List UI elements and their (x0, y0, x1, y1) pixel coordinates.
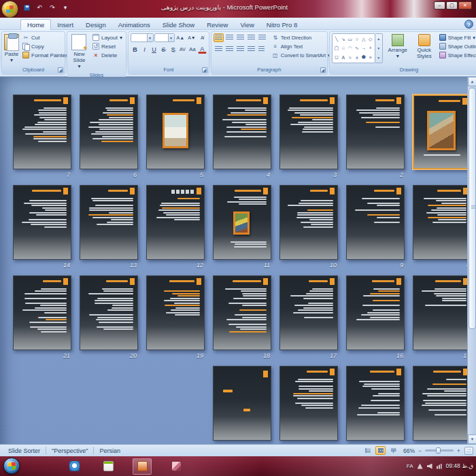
normal-view-button[interactable] (362, 446, 373, 455)
shapes-gallery[interactable]: ╲↘▭○△◇▢☆◠∿→+◻A≈±⬟» (332, 33, 375, 63)
slide-thumbnail-3[interactable] (279, 95, 338, 169)
zoom-out-button[interactable]: − (417, 447, 423, 454)
paragraph-dialog-launcher[interactable]: ◢ (320, 67, 326, 73)
slide-thumbnail-15[interactable] (413, 275, 471, 350)
slide-show-view-button[interactable] (388, 446, 398, 455)
pentagon-shape-icon[interactable]: ⬟ (362, 54, 366, 60)
freeform-shape-icon[interactable]: ≈ (349, 55, 352, 60)
slide-thumbnail-11[interactable] (213, 185, 271, 260)
redo-button[interactable]: ↷ (48, 3, 57, 12)
cut-button[interactable]: ✂Cut (21, 33, 69, 41)
delete-button[interactable]: ✕Delete (91, 51, 124, 59)
text-box-shape-icon[interactable]: A (341, 55, 345, 60)
chevron-shape-icon[interactable]: » (369, 55, 372, 60)
help-button[interactable]: ? (464, 20, 473, 29)
zoom-slider[interactable] (425, 449, 454, 452)
vertical-scrollbar[interactable]: ▲ ▼ (467, 77, 476, 444)
copy-button[interactable]: Copy (21, 42, 69, 50)
close-button[interactable]: ✕ (458, 1, 472, 10)
maximize-button[interactable]: ▢ (446, 1, 458, 10)
justify-button[interactable] (246, 45, 256, 54)
shape-effects-button[interactable]: Shape Effects▾ (438, 51, 476, 59)
taskbar-image-viewer-button[interactable] (167, 458, 186, 475)
slide-thumbnail-23[interactable] (346, 366, 405, 441)
tab-nitro-pro-8[interactable]: Nitro Pro 8 (260, 20, 303, 30)
change-case-button[interactable]: Aa (188, 45, 197, 54)
slide-thumbnail-12[interactable] (146, 185, 205, 260)
bold-button[interactable]: B (131, 45, 139, 54)
speaker-icon[interactable] (427, 464, 432, 469)
shape-outline-button[interactable]: Shape Outline▾ (438, 42, 476, 50)
zoom-in-button[interactable]: + (456, 447, 462, 454)
shapes-gallery-scroll[interactable]: ▲▼▼ (375, 33, 383, 63)
slide-sorter-pane[interactable]: 1234567891011121314151617181920212223242… (0, 77, 476, 444)
align-text-button[interactable]: ≡Align Text (271, 42, 332, 50)
tab-animations[interactable]: Animations (112, 20, 156, 30)
slide-thumbnail-20[interactable] (80, 275, 138, 350)
plus-shape-icon[interactable]: + (369, 46, 372, 50)
fit-to-window-button[interactable]: ⛶ (464, 447, 473, 455)
curve-shape-icon[interactable]: ∿ (355, 46, 359, 51)
slide-thumbnail-24[interactable] (279, 366, 338, 441)
arrange-button[interactable]: Arrange▾ (385, 33, 411, 59)
tab-view[interactable]: View (234, 20, 260, 30)
tab-review[interactable]: Review (201, 20, 234, 30)
slide-thumbnail-10[interactable] (279, 185, 338, 260)
text-direction-button[interactable]: ⇅Text Direction (271, 33, 332, 41)
ellipse-shape-icon[interactable]: ○ (356, 37, 358, 41)
taskbar-media-player-button[interactable] (65, 458, 84, 475)
slide-sorter-view-button[interactable] (375, 446, 386, 455)
slide-thumbnail-19[interactable] (146, 275, 205, 350)
right-arrow-shape-icon[interactable]: → (361, 46, 366, 50)
taskbar-document-button[interactable] (99, 458, 118, 475)
font-size-combo[interactable]: ▾ (154, 33, 175, 42)
align-right-button[interactable] (235, 45, 245, 54)
character-spacing-button[interactable]: AV (178, 45, 187, 54)
slide-thumbnail-2[interactable] (346, 95, 405, 169)
taskbar-powerpoint-button[interactable] (133, 458, 152, 475)
network-icon[interactable] (437, 464, 442, 469)
format-painter-button[interactable]: Format Painter (21, 51, 69, 59)
slide-thumbnail-9[interactable] (346, 185, 405, 260)
star-shape-icon[interactable]: ☆ (341, 46, 345, 51)
scroll-up-button[interactable]: ▲ (468, 77, 476, 86)
tray-show-hidden-icon[interactable] (418, 464, 423, 469)
rectangle-shape-icon[interactable]: ▭ (347, 37, 352, 42)
qat-customize-button[interactable]: ▾ (61, 3, 70, 12)
text-shadow-button[interactable]: S (169, 45, 177, 54)
tray-language-indicator[interactable]: FA (407, 463, 413, 469)
tray-clock[interactable]: 09:48 ق.ظ (446, 462, 473, 469)
font-color-button[interactable]: A (198, 45, 207, 54)
diamond-shape-icon[interactable]: ◇ (369, 37, 372, 42)
arrow-shape-icon[interactable]: ↘ (341, 37, 345, 42)
bullets-button[interactable] (214, 33, 224, 42)
tab-insert[interactable]: Insert (51, 20, 80, 30)
tab-home[interactable]: Home (20, 19, 51, 30)
convert-smartart-button[interactable]: ◫Convert to SmartArt▾ (271, 51, 332, 59)
slide-thumbnail-17[interactable] (279, 275, 338, 350)
office-button[interactable] (1, 1, 18, 18)
layout-button[interactable]: Layout▾ (91, 33, 124, 41)
italic-button[interactable]: I (140, 45, 149, 54)
slide-thumbnail-25[interactable] (213, 366, 271, 441)
decrease-indent-button[interactable] (235, 33, 245, 42)
line-shape-icon[interactable]: ╲ (335, 37, 338, 42)
tab-design[interactable]: Design (80, 20, 112, 30)
tab-slide-show[interactable]: Slide Show (156, 20, 201, 30)
clear-formatting-button[interactable]: A̸ (198, 33, 207, 42)
scrollbar-thumb[interactable] (469, 88, 476, 329)
numbering-button[interactable] (224, 33, 235, 42)
clipboard-dialog-launcher[interactable]: ◢ (58, 67, 63, 73)
callout-shape-icon[interactable]: ◻ (335, 54, 339, 60)
slide-thumbnail-5[interactable] (146, 95, 205, 169)
rounded-rectangle-shape-icon[interactable]: ▢ (334, 46, 339, 51)
increase-indent-button[interactable] (246, 33, 256, 42)
slide-thumbnail-16[interactable] (346, 275, 405, 350)
shape-fill-button[interactable]: Shape Fill▾ (438, 33, 476, 41)
slide-thumbnail-6[interactable] (80, 95, 138, 169)
underline-button[interactable]: U (150, 45, 158, 54)
scroll-down-button[interactable]: ▼ (468, 435, 476, 444)
columns-button[interactable] (257, 45, 266, 54)
undo-button[interactable]: ↶ (35, 3, 44, 12)
slide-thumbnail-14[interactable] (13, 185, 71, 260)
